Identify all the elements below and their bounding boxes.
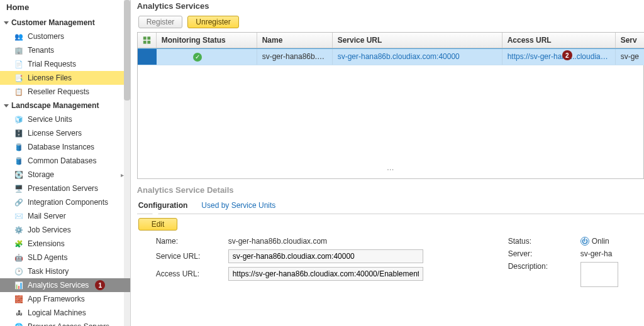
reseller-icon: 📋	[14, 87, 24, 97]
sidebar-item-label: Integration Components	[28, 198, 108, 207]
value-server: sv-ger-ha	[580, 249, 644, 258]
value-name: sv-ger-hana86b.cloudiax.com	[228, 237, 470, 246]
sidebar-section-landscape[interactable]: Landscape Management	[0, 99, 130, 112]
storage-icon: 💽	[14, 170, 24, 180]
sidebar-item-label: License Files	[28, 73, 72, 82]
label-access-url: Access URL:	[156, 269, 228, 278]
sidebar-item-reseller-requests[interactable]: 📋Reseller Requests	[0, 85, 130, 99]
sidebar-item-extensions[interactable]: 🧩Extensions	[0, 237, 130, 251]
sidebar-item-label: Browser Access Servers	[28, 322, 109, 326]
svg-rect-1	[147, 36, 150, 40]
puzzle-icon: 🧩	[14, 239, 24, 249]
component-icon: 🔗	[14, 197, 24, 207]
gear-icon: ⚙️	[14, 225, 24, 235]
sidebar-item-common-databases[interactable]: 🛢️Common Databases	[0, 154, 130, 168]
column-selector-icon[interactable]	[138, 33, 157, 48]
cell-access-url[interactable]: https://sv-ger-hana...cloudiax.co...2	[502, 49, 616, 65]
sidebar-item-sld-agents[interactable]: 🤖SLD Agents	[0, 251, 130, 264]
sidebar-item-label: App Frameworks	[28, 295, 85, 303]
sidebar-item-logical-machines[interactable]: 🖧Logical Machines	[0, 306, 130, 320]
server-icon: 🗄️	[14, 128, 24, 138]
input-service-url[interactable]	[228, 249, 423, 263]
services-table: Monitoring Status Name Service URL Acces…	[137, 32, 644, 179]
register-button[interactable]: Register	[138, 16, 183, 28]
edit-button[interactable]: Edit	[138, 218, 178, 231]
row-selector[interactable]	[138, 49, 157, 65]
table-empty-space	[138, 65, 644, 160]
sidebar-section-customer[interactable]: Customer Management	[0, 16, 130, 30]
sidebar-item-label: Logical Machines	[28, 308, 86, 317]
sidebar-item-presentation-servers[interactable]: 🖥️Presentation Servers	[0, 182, 130, 195]
label-server: Server:	[508, 249, 580, 258]
sidebar-item-trial-requests[interactable]: 📄Trial Requests	[0, 57, 130, 71]
input-description[interactable]	[580, 262, 618, 287]
sidebar-item-label: Storage	[28, 170, 54, 179]
th-name[interactable]: Name	[257, 33, 333, 48]
sidebar-section-label: Customer Management	[11, 18, 95, 27]
callout-badge-2: 2	[562, 50, 572, 60]
tab-configuration[interactable]: Configuration	[137, 198, 189, 214]
sidebar-item-service-units[interactable]: 🧊Service Units	[0, 112, 130, 126]
value-status: Onlin	[592, 237, 609, 246]
main-panel: Analytics Services Register Unregister M…	[131, 0, 644, 326]
details-panel: Analytics Service Details Configuration …	[137, 184, 644, 291]
th-monitoring-status[interactable]: Monitoring Status	[157, 33, 257, 48]
unregister-button[interactable]: Unregister	[187, 16, 238, 28]
sidebar-item-customers[interactable]: 👥Customers	[0, 30, 130, 43]
cell-access-url-text: https://sv-ger-hana...cloudiax.co...	[508, 52, 616, 61]
tenant-icon: 🏢	[14, 45, 24, 55]
database-icon: 🛢️	[14, 142, 24, 152]
sidebar-item-mail-server[interactable]: ✉️Mail Server	[0, 209, 130, 223]
status-online-icon: ⏻	[580, 237, 589, 246]
history-icon: 🕑	[14, 266, 24, 276]
sidebar-item-label: Task History	[28, 267, 69, 276]
table-header: Monitoring Status Name Service URL Acces…	[138, 33, 644, 48]
tab-used-by-service-units[interactable]: Used by Service Units	[200, 198, 277, 214]
sidebar-scrollbar[interactable]	[124, 0, 130, 326]
th-service-url[interactable]: Service URL	[333, 33, 502, 48]
table-more-icon[interactable]: …	[138, 160, 644, 178]
sidebar: Home Customer Management 👥Customers 🏢Ten…	[0, 0, 131, 326]
sidebar-item-label: License Servers	[28, 129, 82, 138]
sidebar-item-integration-components[interactable]: 🔗Integration Components	[0, 195, 130, 209]
analytics-icon: 📊	[14, 280, 24, 290]
label-name: Name:	[156, 237, 228, 246]
sidebar-item-tenants[interactable]: 🏢Tenants	[0, 43, 130, 57]
sidebar-item-app-frameworks[interactable]: 🧱App Frameworks	[0, 292, 130, 306]
th-access-url[interactable]: Access URL	[502, 33, 616, 48]
sidebar-item-label: Reseller Requests	[28, 87, 89, 96]
table-row[interactable]: ✓ sv-ger-hana86b.cloudi... sv-ger-hana86…	[138, 48, 644, 65]
sidebar-home[interactable]: Home	[0, 0, 130, 16]
sidebar-item-browser-access-servers[interactable]: 🌐Browser Access Servers	[0, 320, 130, 326]
server-icon: 🖥️	[14, 183, 24, 193]
cell-service-url[interactable]: sv-ger-hana86b.cloudiax.com:40000	[333, 49, 502, 65]
cube-icon: 🧊	[14, 114, 24, 124]
sidebar-item-license-files[interactable]: 📑License Files	[0, 71, 130, 85]
sidebar-item-label: Trial Requests	[28, 60, 76, 68]
sidebar-item-license-servers[interactable]: 🗄️License Servers	[0, 126, 130, 140]
input-access-url[interactable]	[228, 267, 423, 281]
sidebar-item-database-instances[interactable]: 🛢️Database Instances	[0, 140, 130, 154]
label-status: Status:	[508, 237, 580, 246]
sidebar-item-label: Customers	[28, 32, 64, 41]
sidebar-item-label: Database Instances	[28, 143, 94, 151]
svg-rect-2	[143, 41, 146, 44]
sidebar-item-task-history[interactable]: 🕑Task History	[0, 264, 130, 278]
details-title: Analytics Service Details	[137, 184, 644, 198]
th-server[interactable]: Serv	[616, 33, 644, 48]
status-ok-icon: ✓	[193, 53, 202, 62]
sidebar-item-analytics-services[interactable]: 📊Analytics Services1	[0, 278, 130, 292]
sidebar-section-label: Landscape Management	[11, 101, 99, 110]
label-service-url: Service URL:	[156, 252, 228, 261]
sidebar-item-label: Extensions	[28, 239, 65, 248]
sidebar-item-storage[interactable]: 💽Storage▸	[0, 168, 130, 182]
sidebar-item-label: Common Databases	[28, 156, 96, 165]
label-description: Description:	[508, 262, 580, 271]
caret-down-icon	[4, 104, 9, 107]
caret-down-icon	[4, 21, 9, 24]
license-icon: 📑	[14, 73, 24, 83]
framework-icon: 🧱	[14, 294, 24, 304]
sidebar-item-label: Mail Server	[28, 212, 66, 220]
sidebar-item-label: Tenants	[28, 46, 54, 55]
sidebar-item-job-services[interactable]: ⚙️Job Services	[0, 223, 130, 237]
